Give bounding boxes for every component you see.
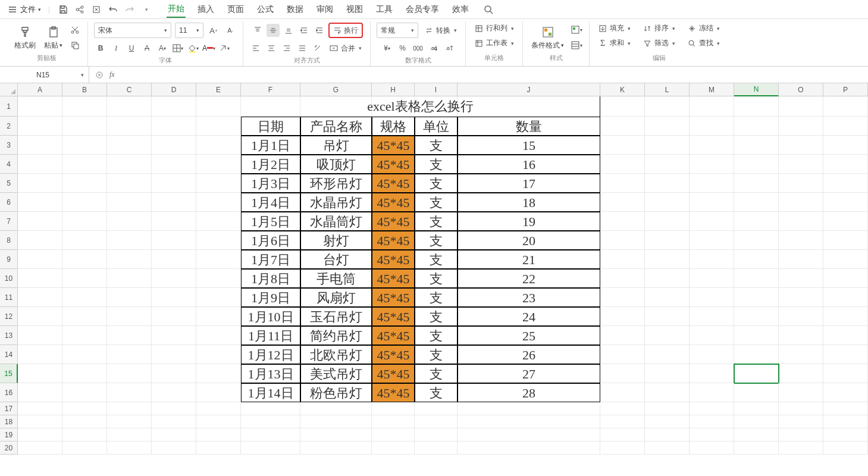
cell[interactable]: [645, 155, 690, 174]
cell[interactable]: [152, 231, 196, 250]
cell[interactable]: [734, 428, 779, 441]
cell[interactable]: [18, 117, 62, 136]
cell[interactable]: [62, 428, 107, 441]
table-data-cell[interactable]: 环形吊灯: [300, 174, 372, 193]
cell[interactable]: [690, 193, 734, 212]
table-data-cell[interactable]: 45*45: [372, 269, 415, 288]
cell[interactable]: [823, 231, 868, 250]
row-header[interactable]: 5: [0, 174, 18, 193]
halign-left-button[interactable]: [249, 42, 262, 55]
row-header[interactable]: 6: [0, 193, 18, 212]
cell[interactable]: [823, 383, 868, 402]
cell[interactable]: [457, 415, 600, 428]
column-header[interactable]: P: [823, 83, 868, 96]
tab-efficiency[interactable]: 效率: [451, 2, 470, 17]
table-data-cell[interactable]: 支: [415, 364, 457, 383]
cell[interactable]: [62, 307, 107, 326]
cell[interactable]: [107, 288, 152, 307]
table-data-cell[interactable]: 1月3日: [241, 174, 300, 193]
table-data-cell[interactable]: 1月6日: [241, 231, 300, 250]
cell[interactable]: [62, 364, 107, 383]
cell[interactable]: [300, 402, 372, 415]
cancel-formula-button[interactable]: [95, 71, 104, 79]
cell[interactable]: [152, 136, 196, 155]
table-data-cell[interactable]: 支: [415, 136, 457, 155]
table-data-cell[interactable]: 45*45: [372, 193, 415, 212]
cell[interactable]: [734, 326, 779, 345]
cell[interactable]: [62, 288, 107, 307]
cell[interactable]: [62, 269, 107, 288]
cell[interactable]: [372, 415, 415, 428]
cell[interactable]: [779, 326, 823, 345]
cell[interactable]: [823, 136, 868, 155]
cell[interactable]: [62, 212, 107, 231]
cell[interactable]: [779, 155, 823, 174]
row-header[interactable]: 16: [0, 383, 18, 402]
row-header[interactable]: 4: [0, 155, 18, 174]
cell[interactable]: [734, 288, 779, 307]
table-data-cell[interactable]: 玉石吊灯: [300, 307, 372, 326]
column-header[interactable]: M: [690, 83, 734, 96]
fill-button[interactable]: 填充▾: [596, 23, 633, 34]
table-data-cell[interactable]: 粉色吊灯: [300, 383, 372, 402]
name-box-input[interactable]: [5, 71, 81, 79]
cell[interactable]: [107, 383, 152, 402]
font-shrink-button[interactable]: A-: [224, 24, 237, 37]
tab-tools[interactable]: 工具: [375, 2, 394, 17]
sort-button[interactable]: 排序▾: [640, 23, 678, 34]
cell[interactable]: [600, 415, 645, 428]
table-data-cell[interactable]: 25: [457, 326, 600, 345]
table-data-cell[interactable]: 支: [415, 269, 457, 288]
cell[interactable]: [107, 231, 152, 250]
table-data-cell[interactable]: 16: [457, 155, 600, 174]
cell[interactable]: [107, 174, 152, 193]
orientation-button[interactable]: [311, 42, 324, 55]
table-data-cell[interactable]: 45*45: [372, 231, 415, 250]
cell[interactable]: [690, 155, 734, 174]
cell[interactable]: [645, 117, 690, 136]
cell[interactable]: [690, 428, 734, 441]
column-header[interactable]: E: [196, 83, 241, 96]
cell[interactable]: [372, 441, 415, 455]
cell[interactable]: [734, 212, 779, 231]
row-header[interactable]: 10: [0, 269, 18, 288]
table-data-cell[interactable]: 1月14日: [241, 383, 300, 402]
cell[interactable]: [600, 364, 645, 383]
cell[interactable]: [62, 415, 107, 428]
table-data-cell[interactable]: 45*45: [372, 383, 415, 402]
cell[interactable]: [645, 307, 690, 326]
cell[interactable]: [734, 193, 779, 212]
cell[interactable]: [196, 193, 241, 212]
table-data-cell[interactable]: 17: [457, 174, 600, 193]
cell[interactable]: [18, 193, 62, 212]
name-box[interactable]: ▾: [0, 67, 89, 83]
comma-button[interactable]: 000: [412, 42, 425, 55]
indent-increase-button[interactable]: [313, 24, 326, 37]
cell[interactable]: [779, 96, 823, 117]
cell[interactable]: [734, 441, 779, 455]
cell[interactable]: [600, 326, 645, 345]
cell[interactable]: [18, 288, 62, 307]
cell[interactable]: [779, 441, 823, 455]
cell[interactable]: [18, 383, 62, 402]
format-painter-button[interactable]: 格式刷: [12, 24, 38, 52]
row-header[interactable]: 12: [0, 307, 18, 326]
cell[interactable]: [415, 441, 457, 455]
table-data-cell[interactable]: 1月8日: [241, 269, 300, 288]
cell[interactable]: [107, 136, 152, 155]
tab-view[interactable]: 视图: [345, 2, 364, 17]
cell[interactable]: [779, 174, 823, 193]
table-data-cell[interactable]: 45*45: [372, 326, 415, 345]
cell[interactable]: [734, 402, 779, 415]
cell[interactable]: [152, 345, 196, 364]
row-header[interactable]: 19: [0, 428, 18, 441]
cell[interactable]: [18, 415, 62, 428]
cell[interactable]: [241, 415, 300, 428]
share-button[interactable]: [74, 4, 86, 15]
column-header[interactable]: G: [300, 83, 372, 96]
cell[interactable]: [823, 441, 868, 455]
cell[interactable]: [62, 174, 107, 193]
table-data-cell[interactable]: 45*45: [372, 345, 415, 364]
cell[interactable]: [690, 288, 734, 307]
number-format-combo[interactable]: 常规▾: [377, 23, 418, 38]
